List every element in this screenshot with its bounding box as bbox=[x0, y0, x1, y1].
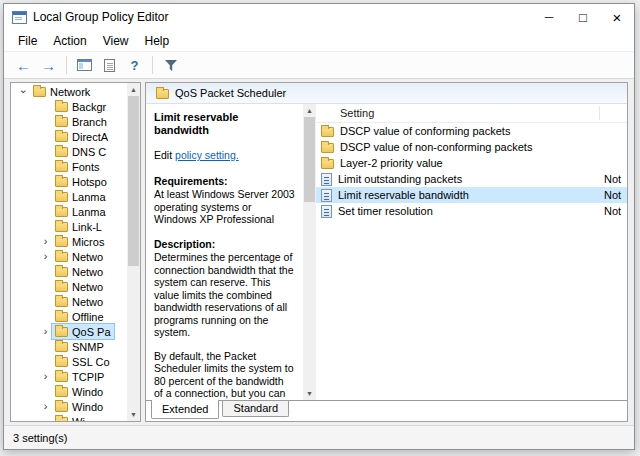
tree-item[interactable]: Lanma bbox=[11, 189, 127, 204]
back-button[interactable] bbox=[12, 54, 35, 76]
folder-icon bbox=[55, 297, 68, 307]
setting-row[interactable]: Set timer resolution Not bbox=[316, 203, 627, 219]
app-icon[interactable] bbox=[12, 11, 27, 24]
tab-extended[interactable]: Extended bbox=[151, 400, 219, 419]
description-scrollbar[interactable]: ▲ ▼ bbox=[303, 104, 316, 400]
tree-item[interactable]: SNMP bbox=[11, 339, 127, 354]
tree-item[interactable]: Fonts bbox=[11, 159, 127, 174]
tree-item-body[interactable]: Windo bbox=[52, 399, 106, 414]
forward-button[interactable] bbox=[37, 54, 60, 76]
tab-standard[interactable]: Standard bbox=[222, 401, 289, 417]
maximize-button[interactable]: □ bbox=[566, 4, 600, 30]
tree-item[interactable]: Windo bbox=[11, 399, 127, 414]
tree-item[interactable]: Micros bbox=[11, 234, 127, 249]
tree-item-label: SNMP bbox=[72, 341, 104, 353]
scroll-up-icon[interactable]: ▲ bbox=[303, 104, 316, 117]
folder-icon bbox=[55, 387, 68, 397]
tree-item-body[interactable]: Fonts bbox=[52, 159, 103, 174]
tree-scrollbar[interactable]: ▲ ▼ bbox=[127, 83, 140, 421]
chevron-right-icon[interactable] bbox=[39, 326, 52, 337]
tree-item-body[interactable]: Offline bbox=[52, 309, 107, 324]
tree-item-body[interactable]: Branch bbox=[52, 114, 110, 129]
tree-item[interactable]: Branch bbox=[11, 114, 127, 129]
menu-help[interactable]: Help bbox=[137, 32, 178, 50]
tree-item-body[interactable]: Link-L bbox=[52, 219, 105, 234]
tree-item[interactable]: DirectA bbox=[11, 129, 127, 144]
tree-item[interactable]: Netwo bbox=[11, 279, 127, 294]
setting-column-header[interactable]: Setting bbox=[316, 104, 627, 123]
tree-item[interactable]: Lanma bbox=[11, 204, 127, 219]
menu-file[interactable]: File bbox=[10, 32, 45, 50]
setting-row[interactable]: Layer-2 priority value bbox=[316, 155, 627, 171]
tree-item-label: Branch bbox=[72, 116, 107, 128]
tree-item[interactable]: Windo bbox=[11, 384, 127, 399]
tree-item[interactable]: Link-L bbox=[11, 219, 127, 234]
tree-item[interactable]: Hotspo bbox=[11, 174, 127, 189]
tree-item-body[interactable]: DNS C bbox=[52, 144, 109, 159]
tree-item[interactable]: DNS C bbox=[11, 144, 127, 159]
scrollbar-thumb[interactable] bbox=[304, 117, 315, 202]
tree-item-body[interactable]: QoS Pa bbox=[52, 324, 114, 339]
tree-item[interactable]: Backgr bbox=[11, 99, 127, 114]
tree-item-label: Netwo bbox=[72, 281, 103, 293]
tree-item-label: TCPIP bbox=[72, 371, 104, 383]
chevron-right-icon[interactable] bbox=[39, 371, 52, 382]
description-paragraph: Determines the percentage of connection … bbox=[154, 251, 295, 339]
tree-item-body[interactable]: SNMP bbox=[52, 339, 107, 354]
setting-row[interactable]: DSCP value of conforming packets bbox=[316, 123, 627, 139]
tree-item[interactable]: TCPIP bbox=[11, 369, 127, 384]
tree-item-body[interactable]: Lanma bbox=[52, 189, 109, 204]
tree-item-body[interactable]: Network bbox=[30, 84, 93, 99]
menu-action[interactable]: Action bbox=[45, 32, 94, 50]
menu-view[interactable]: View bbox=[95, 32, 137, 50]
folder-icon bbox=[55, 192, 68, 202]
tree-item-body[interactable]: Hotspo bbox=[52, 174, 110, 189]
list-row-label: DSCP value of conforming packets bbox=[340, 125, 510, 137]
tree-item-body[interactable]: Backgr bbox=[52, 99, 109, 114]
setting-row[interactable]: DSCP value of non-conforming packets bbox=[316, 139, 627, 155]
tree-item-body[interactable]: Micros bbox=[52, 234, 107, 249]
tree-item-network[interactable]: Network bbox=[11, 84, 127, 99]
close-button[interactable]: × bbox=[600, 4, 634, 30]
chevron-right-icon[interactable] bbox=[39, 236, 52, 247]
edit-policy-setting-link[interactable]: policy setting. bbox=[175, 149, 239, 161]
scroll-down-icon[interactable]: ▼ bbox=[303, 387, 316, 400]
show-console-tree-button[interactable] bbox=[73, 54, 96, 76]
tree-item[interactable]: Wi bbox=[11, 414, 127, 421]
scroll-down-icon[interactable]: ▼ bbox=[127, 408, 140, 421]
tree-item[interactable]: Netwo bbox=[11, 294, 127, 309]
export-list-button[interactable] bbox=[98, 54, 121, 76]
tree-item[interactable]: Netwo bbox=[11, 249, 127, 264]
tree-item-body[interactable]: TCPIP bbox=[52, 369, 107, 384]
tree-item-body[interactable]: Lanma bbox=[52, 204, 109, 219]
help-button[interactable] bbox=[123, 54, 146, 76]
tree-item[interactable]: SSL Co bbox=[11, 354, 127, 369]
chevron-right-icon[interactable] bbox=[39, 401, 52, 412]
filter-button[interactable] bbox=[159, 54, 182, 76]
console-tree-pane: Network Backgr Branch DirectA DNS C bbox=[10, 82, 141, 422]
folder-icon bbox=[55, 147, 68, 157]
setting-row[interactable]: Limit outstanding packets Not bbox=[316, 171, 627, 187]
tree-item[interactable]: QoS Pa bbox=[11, 324, 127, 339]
description-label: Description: bbox=[154, 238, 295, 251]
tree-item-body[interactable]: DirectA bbox=[52, 129, 111, 144]
tree-item[interactable]: Netwo bbox=[11, 264, 127, 279]
setting-row[interactable]: Limit reservable bandwidth Not bbox=[316, 187, 627, 203]
scroll-up-icon[interactable]: ▲ bbox=[127, 83, 140, 96]
chevron-right-icon[interactable] bbox=[39, 251, 52, 262]
tree-item-body[interactable]: Netwo bbox=[52, 294, 106, 309]
tree-item-body[interactable]: Wi bbox=[52, 414, 88, 421]
tree-item-body[interactable]: SSL Co bbox=[52, 354, 113, 369]
tree-item-label: Netwo bbox=[72, 251, 103, 263]
tree-item-body[interactable]: Netwo bbox=[52, 264, 106, 279]
titlebar: Local Group Policy Editor ─ □ × bbox=[4, 4, 634, 30]
chevron-down-icon[interactable] bbox=[17, 86, 30, 97]
scrollbar-thumb[interactable] bbox=[128, 96, 139, 266]
tree-item[interactable]: Offline bbox=[11, 309, 127, 324]
tree-item-body[interactable]: Netwo bbox=[52, 279, 106, 294]
view-tabs: Extended Standard bbox=[146, 400, 627, 421]
tree-item-body[interactable]: Windo bbox=[52, 384, 106, 399]
tree-item-body[interactable]: Netwo bbox=[52, 249, 106, 264]
minimize-button[interactable]: ─ bbox=[532, 4, 566, 30]
folder-icon bbox=[321, 143, 334, 153]
